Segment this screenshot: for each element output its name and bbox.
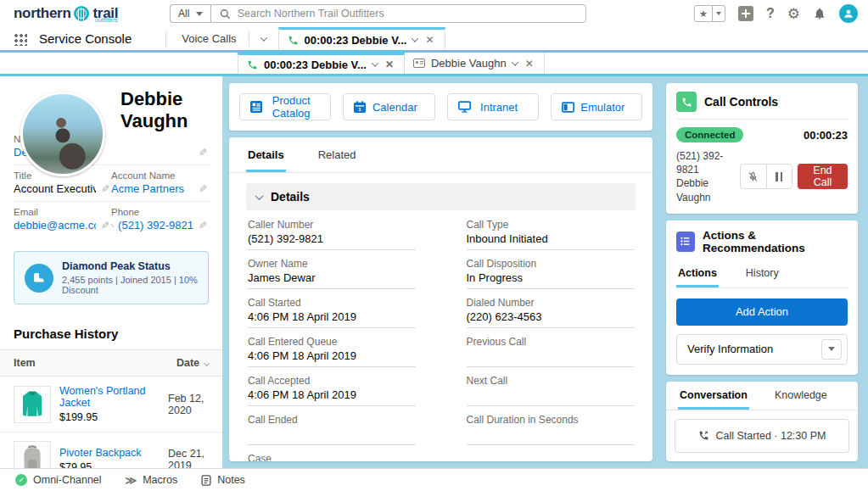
search-scope-select[interactable]: All (170, 4, 210, 23)
tab-actions[interactable]: Actions (676, 259, 719, 287)
field-value (248, 427, 416, 442)
subtab-contact[interactable]: Debbie Vaughn (405, 53, 545, 74)
field-label: Caller Number (248, 219, 416, 231)
subtab-close-icon[interactable] (524, 58, 535, 70)
field-value-link[interactable]: Acme Partners (111, 182, 193, 195)
purchase-item-link[interactable]: Women's Portland Jacket (59, 385, 160, 409)
tab-history[interactable]: History (744, 259, 781, 287)
edit-pencil-icon[interactable] (199, 183, 207, 195)
list-icon (680, 236, 691, 247)
actions-tabs: Actions History (676, 259, 848, 288)
macros-button[interactable]: Macros (126, 474, 178, 487)
notes-button[interactable]: Notes (201, 474, 245, 486)
contact-panel: Debbie Vaughn Name Debbie Vaughn Title A… (0, 76, 222, 468)
edit-pencil-icon[interactable] (101, 183, 109, 195)
conversation-tabs: Conversation Knowledge (666, 382, 858, 410)
product-catalog-button[interactable]: Product Catalog (239, 93, 331, 120)
favorites-dropdown-icon[interactable] (712, 6, 725, 21)
omni-channel-button[interactable]: Omni-Channel (15, 474, 102, 486)
object-tab-dropdown-icon[interactable] (249, 27, 278, 50)
call-controls-header: Call Controls (676, 92, 848, 120)
tab-related[interactable]: Related (316, 137, 358, 172)
field-owner-name: Owner Name James Dewar (248, 258, 416, 289)
favorites-control[interactable] (694, 5, 725, 22)
phone-icon (247, 59, 258, 70)
purchase-date: Dec 21, 2019 (168, 448, 212, 468)
field-value (467, 349, 635, 364)
action-dropdown-button[interactable] (821, 339, 842, 360)
edit-pencil-icon[interactable] (101, 220, 109, 232)
purchase-info: Pivoter Backpack $79.95 (59, 447, 160, 469)
connected-status-badge: Connected (676, 127, 743, 142)
collapse-chevron-icon (255, 192, 264, 200)
intranet-button[interactable]: Intranet (447, 93, 539, 120)
global-add-icon[interactable] (738, 6, 753, 21)
field-caller-number: Caller Number (521) 392-9821 (248, 219, 416, 250)
help-icon[interactable] (766, 6, 775, 21)
setup-gear-icon[interactable] (787, 5, 800, 23)
column-date-label: Date (176, 357, 199, 369)
tab-chevron-icon[interactable] (412, 35, 418, 42)
purchase-price: $79.95 (59, 461, 160, 469)
quick-actions-card: Product Catalog 1 Calendar Intranet Emul… (229, 83, 652, 131)
field-call-entered-queue: Call Entered Queue 4:06 PM 18 April 2019 (248, 336, 416, 367)
end-call-button[interactable]: End Call (798, 164, 848, 189)
sort-chevron-icon (204, 360, 210, 365)
edit-pencil-icon[interactable] (199, 220, 207, 232)
purchase-item-link[interactable]: Pivoter Backpack (59, 447, 160, 459)
field-value: (220) 623-4563 (467, 310, 635, 325)
search-input[interactable] (238, 8, 578, 20)
service-console-app: northern trail outfitters All (0, 0, 868, 491)
column-item[interactable]: Item (14, 357, 176, 369)
boot-icon (31, 271, 47, 286)
emulator-button[interactable]: Emulator (551, 93, 642, 120)
user-avatar[interactable] (839, 4, 858, 23)
console-nav-bar: Service Console Voice Calls 00:00:23 Deb… (0, 27, 868, 53)
macros-icon (126, 474, 137, 487)
subtab-call[interactable]: 00:00:23 Debbie V... (238, 53, 405, 74)
verify-information-item[interactable]: Verify Information (676, 334, 848, 365)
right-column: Call Controls Connected 00:00:23 (521) 3… (666, 76, 858, 468)
field-value (467, 388, 635, 403)
favorite-star-icon[interactable] (695, 8, 712, 20)
field-value-phone[interactable]: (521) 392-9821 (111, 219, 193, 232)
field-value: 4:06 PM 18 April 2019 (248, 310, 416, 325)
subtab-chevron-icon[interactable] (372, 59, 378, 66)
notes-icon (201, 475, 211, 486)
app-launcher-icon[interactable] (14, 32, 27, 46)
phone-number-link[interactable]: (521) 392-9821 (118, 219, 193, 232)
object-tab-voice-calls[interactable]: Voice Calls (166, 27, 248, 50)
subtab-chevron-icon[interactable] (511, 59, 518, 65)
caller-name: Debbie Vaughn (676, 176, 740, 204)
tab-conversation[interactable]: Conversation (678, 382, 749, 410)
tab-close-icon[interactable] (423, 34, 435, 46)
purchase-price: $199.95 (59, 411, 160, 423)
loyalty-title: Diamond Peak Status (62, 260, 198, 272)
mute-button[interactable] (741, 165, 766, 188)
calendar-button[interactable]: 1 Calendar (343, 93, 434, 120)
button-label: Intranet (471, 101, 528, 114)
field-value-link[interactable]: James Dewar (248, 271, 416, 286)
subtab-close-icon[interactable] (384, 59, 395, 70)
product-catalog-icon (250, 101, 262, 113)
global-search: All (170, 4, 586, 23)
actions-list-badge-icon (676, 232, 695, 252)
field-label: Account Name (111, 170, 193, 181)
phone-icon (288, 35, 299, 46)
details-section-header[interactable]: Details (246, 183, 636, 210)
add-action-button[interactable]: Add Action (676, 299, 848, 326)
field-value-link[interactable]: debbie@acme.com (14, 219, 96, 232)
pause-icon (776, 172, 782, 181)
field-call-duration: Call Duration in Seconds (467, 414, 635, 445)
notifications-bell-icon[interactable] (813, 7, 826, 20)
tab-details[interactable]: Details (246, 137, 286, 172)
field-dialed-number: Dialed Number (220) 623-4563 (467, 297, 635, 328)
workspace-tab-call[interactable]: 00:00:23 Debbie V... (278, 27, 445, 50)
tab-knowledge[interactable]: Knowledge (773, 382, 829, 410)
phone-icon (111, 220, 114, 230)
edit-pencil-icon[interactable] (199, 147, 207, 159)
contact-photo (20, 92, 105, 176)
column-date[interactable]: Date (176, 357, 209, 369)
backpack-image (20, 444, 45, 468)
hold-button[interactable] (766, 165, 792, 188)
